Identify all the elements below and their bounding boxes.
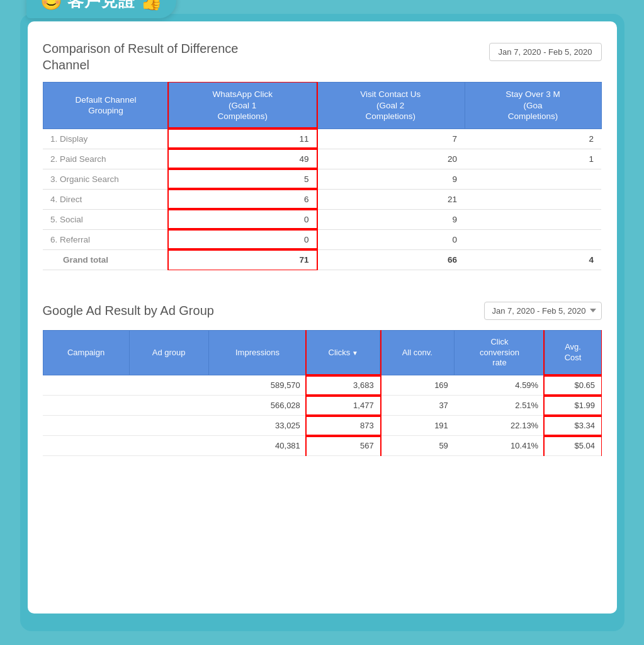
row-col3 bbox=[465, 169, 601, 189]
ad-impressions: 40,381 bbox=[208, 436, 307, 456]
row-col1: 6 bbox=[169, 189, 317, 209]
section1-header: Comparison of Result of Difference Chann… bbox=[43, 40, 602, 73]
ad-table-row: 40,381 567 59 10.41% $5.04 bbox=[43, 436, 601, 456]
table-row: 2. Paid Search 49 20 1 bbox=[43, 149, 601, 169]
ad-clicks: 567 bbox=[307, 436, 380, 456]
grand-total-label: Grand total bbox=[43, 249, 169, 270]
ad-allconv: 37 bbox=[380, 396, 455, 416]
row-col3 bbox=[465, 229, 601, 249]
row-col1: 0 bbox=[169, 209, 317, 229]
row-num: 2. Paid Search bbox=[43, 149, 169, 169]
table-row: 4. Direct 6 21 bbox=[43, 189, 601, 209]
badge-text: 客戶見證 bbox=[67, 0, 135, 12]
row-col2: 7 bbox=[317, 128, 465, 149]
ad-col-clicks[interactable]: Clicks bbox=[307, 330, 380, 375]
ad-table-row: 33,025 873 191 22.13% $3.34 bbox=[43, 416, 601, 436]
row-num: 3. Organic Search bbox=[43, 169, 169, 189]
ad-table-row: 589,570 3,683 169 4.59% $0.65 bbox=[43, 375, 601, 396]
table-row: 6. Referral 0 0 bbox=[43, 229, 601, 249]
row-col2: 21 bbox=[317, 189, 465, 209]
row-col3 bbox=[465, 189, 601, 209]
grand-total-col3: 4 bbox=[465, 249, 601, 270]
table-row: 3. Organic Search 5 9 bbox=[43, 169, 601, 189]
ad-allconv: 191 bbox=[380, 416, 455, 436]
section1-title: Comparison of Result of Difference Chann… bbox=[43, 40, 239, 73]
section2-header: Google Ad Result by Ad Group Jan 7, 2020… bbox=[43, 302, 602, 320]
ad-table-container: Campaign Ad group Impressions Clicks All… bbox=[43, 330, 602, 457]
row-col1: 11 bbox=[169, 128, 317, 149]
row-num: 6. Referral bbox=[43, 229, 169, 249]
ad-col-avgcost: Avg.Cost bbox=[545, 330, 601, 375]
row-num: 4. Direct bbox=[43, 189, 169, 209]
grand-total-col1: 71 bbox=[169, 249, 317, 270]
ad-avgcost: $1.99 bbox=[545, 396, 601, 416]
ad-impressions: 566,028 bbox=[208, 396, 307, 416]
row-num: 1. Display bbox=[43, 128, 169, 149]
col-header-channel: Default ChannelGrouping bbox=[43, 83, 169, 129]
col-header-stay: Stay Over 3 M(GoaCompletions) bbox=[465, 83, 601, 129]
ad-avgcost: $0.65 bbox=[545, 375, 601, 396]
ad-rate: 22.13% bbox=[455, 416, 545, 436]
smile-emoji: 😊 bbox=[40, 0, 62, 11]
ad-group bbox=[129, 375, 208, 396]
customer-badge: 😊 客戶見證 👍 bbox=[26, 0, 176, 18]
ad-allconv: 59 bbox=[380, 436, 455, 456]
row-col3: 1 bbox=[465, 149, 601, 169]
ad-clicks: 1,477 bbox=[307, 396, 380, 416]
row-col2: 20 bbox=[317, 149, 465, 169]
ad-rate: 2.51% bbox=[455, 396, 545, 416]
thumbs-emoji: 👍 bbox=[140, 0, 162, 11]
ad-group bbox=[129, 396, 208, 416]
row-col2: 0 bbox=[317, 229, 465, 249]
section1-date-badge: Jan 7, 2020 - Feb 5, 2020 bbox=[489, 43, 602, 61]
comparison-table: Default ChannelGrouping WhatsApp Click(G… bbox=[43, 82, 602, 270]
ad-avgcost: $3.34 bbox=[545, 416, 601, 436]
section2-title: Google Ad Result by Ad Group bbox=[43, 302, 214, 319]
ad-campaign bbox=[43, 396, 129, 416]
ad-impressions: 33,025 bbox=[208, 416, 307, 436]
section2-date-select[interactable]: Jan 7, 2020 - Feb 5, 2020 bbox=[484, 302, 602, 320]
row-col1: 5 bbox=[169, 169, 317, 189]
ad-rate: 4.59% bbox=[455, 375, 545, 396]
ad-table: Campaign Ad group Impressions Clicks All… bbox=[43, 330, 602, 457]
row-col3: 2 bbox=[465, 128, 601, 149]
col-header-visit: Visit Contact Us(Goal 2Completions) bbox=[317, 83, 465, 129]
ad-allconv: 169 bbox=[380, 375, 455, 396]
ad-table-row: 566,028 1,477 37 2.51% $1.99 bbox=[43, 396, 601, 416]
grand-total-row: Grand total 71 66 4 bbox=[43, 249, 601, 270]
inner-frame: Comparison of Result of Difference Chann… bbox=[28, 21, 617, 614]
row-col2: 9 bbox=[317, 209, 465, 229]
row-num: 5. Social bbox=[43, 209, 169, 229]
ad-col-clickrate: Clickconversionrate bbox=[455, 330, 545, 375]
col-header-whatsapp: WhatsApp Click(Goal 1Completions) bbox=[169, 83, 317, 129]
row-col3 bbox=[465, 209, 601, 229]
table-row: 1. Display 11 7 2 bbox=[43, 128, 601, 149]
ad-campaign bbox=[43, 375, 129, 396]
row-col2: 9 bbox=[317, 169, 465, 189]
ad-rate: 10.41% bbox=[455, 436, 545, 456]
table-row: 5. Social 0 9 bbox=[43, 209, 601, 229]
comparison-table-container: Default ChannelGrouping WhatsApp Click(G… bbox=[43, 82, 602, 270]
row-col1: 0 bbox=[169, 229, 317, 249]
ad-col-impressions: Impressions bbox=[208, 330, 307, 375]
row-col1: 49 bbox=[169, 149, 317, 169]
ad-impressions: 589,570 bbox=[208, 375, 307, 396]
ad-campaign bbox=[43, 436, 129, 456]
outer-frame: 😊 客戶見證 👍 Comparison of Result of Differe… bbox=[20, 14, 624, 631]
ad-col-allconv: All conv. bbox=[380, 330, 455, 375]
ad-clicks: 3,683 bbox=[307, 375, 380, 396]
ad-group bbox=[129, 416, 208, 436]
ad-col-campaign: Campaign bbox=[43, 330, 129, 375]
ad-avgcost: $5.04 bbox=[545, 436, 601, 456]
ad-group bbox=[129, 436, 208, 456]
grand-total-col2: 66 bbox=[317, 249, 465, 270]
ad-campaign bbox=[43, 416, 129, 436]
ad-col-adgroup: Ad group bbox=[129, 330, 208, 375]
ad-clicks: 873 bbox=[307, 416, 380, 436]
